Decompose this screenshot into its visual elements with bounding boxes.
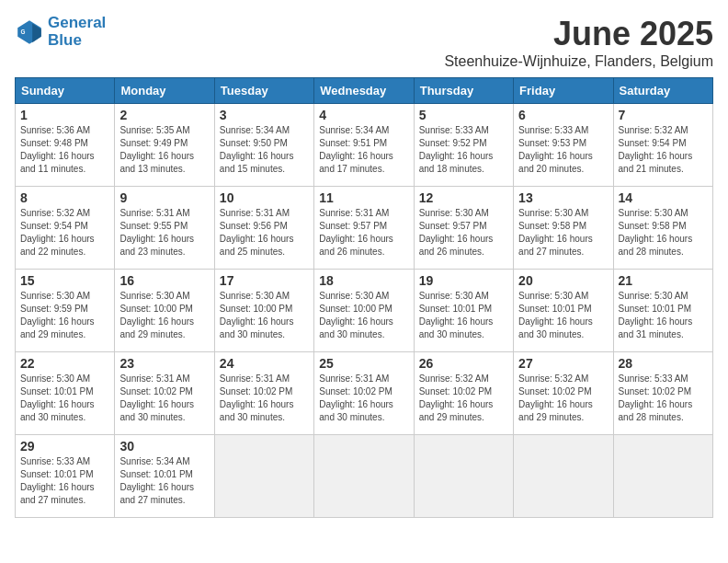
col-saturday: Saturday [613,78,712,104]
day-number: 5 [419,108,508,122]
calendar-week-5: 29 Sunrise: 5:33 AMSunset: 10:01 PMDayli… [16,435,713,518]
day-info: Sunrise: 5:31 AMSunset: 9:57 PMDaylight:… [319,208,393,257]
location-title: Steenhuize-Wijnhuize, Flanders, Belgium [444,53,713,70]
day-info: Sunrise: 5:32 AMSunset: 10:02 PMDaylight… [518,373,593,422]
calendar-week-2: 8 Sunrise: 5:32 AMSunset: 9:54 PMDayligh… [16,187,713,270]
calendar-cell: 25 Sunrise: 5:31 AMSunset: 10:02 PMDayli… [314,352,414,435]
day-info: Sunrise: 5:30 AMSunset: 10:00 PMDaylight… [119,291,194,339]
calendar-cell: 29 Sunrise: 5:33 AMSunset: 10:01 PMDayli… [16,435,115,518]
calendar-cell: 11 Sunrise: 5:31 AMSunset: 9:57 PMDaylig… [314,187,414,270]
day-number: 18 [319,273,408,288]
day-number: 26 [419,356,508,371]
calendar-cell [414,435,513,518]
day-number: 20 [518,273,608,288]
calendar-cell: 26 Sunrise: 5:32 AMSunset: 10:02 PMDayli… [414,352,513,435]
day-info: Sunrise: 5:30 AMSunset: 10:00 PMDaylight… [220,291,294,339]
calendar-cell: 6 Sunrise: 5:33 AMSunset: 9:53 PMDayligh… [514,104,613,187]
calendar-week-4: 22 Sunrise: 5:30 AMSunset: 10:01 PMDayli… [16,352,713,435]
day-info: Sunrise: 5:33 AMSunset: 10:02 PMDaylight… [619,373,693,422]
day-number: 3 [220,108,309,122]
day-number: 10 [220,190,309,205]
calendar-cell: 5 Sunrise: 5:33 AMSunset: 9:52 PMDayligh… [414,104,513,187]
calendar-cell: 10 Sunrise: 5:31 AMSunset: 9:56 PMDaylig… [214,187,313,270]
calendar-cell: 27 Sunrise: 5:32 AMSunset: 10:02 PMDayli… [514,352,613,435]
day-number: 28 [619,356,708,371]
calendar-cell: 24 Sunrise: 5:31 AMSunset: 10:02 PMDayli… [214,352,313,435]
day-number: 24 [220,356,309,371]
day-info: Sunrise: 5:33 AMSunset: 9:52 PMDaylight:… [419,125,494,174]
col-tuesday: Tuesday [214,78,313,104]
day-info: Sunrise: 5:31 AMSunset: 10:02 PMDaylight… [319,373,393,422]
calendar-cell: 1 Sunrise: 5:36 AMSunset: 9:48 PMDayligh… [16,104,115,187]
day-info: Sunrise: 5:36 AMSunset: 9:48 PMDaylight:… [20,125,95,174]
day-info: Sunrise: 5:34 AMSunset: 10:01 PMDaylight… [119,456,194,505]
day-info: Sunrise: 5:30 AMSunset: 9:59 PMDaylight:… [20,291,95,339]
logo-line2: Blue [48,32,106,50]
day-number: 23 [119,356,209,371]
col-wednesday: Wednesday [314,78,414,104]
calendar-cell: 17 Sunrise: 5:30 AMSunset: 10:00 PMDayli… [214,270,313,352]
day-info: Sunrise: 5:30 AMSunset: 10:01 PMDaylight… [20,373,95,422]
day-number: 29 [20,439,109,454]
calendar-cell: 16 Sunrise: 5:30 AMSunset: 10:00 PMDayli… [115,270,214,352]
calendar-cell: 4 Sunrise: 5:34 AMSunset: 9:51 PMDayligh… [314,104,414,187]
day-info: Sunrise: 5:30 AMSunset: 10:01 PMDaylight… [619,291,693,339]
header: G General Blue June 2025 Steenhuize-Wijn… [15,15,713,70]
col-sunday: Sunday [16,78,115,104]
day-info: Sunrise: 5:30 AMSunset: 9:58 PMDaylight:… [619,208,693,257]
logo-icon: G [15,17,44,47]
col-friday: Friday [514,78,613,104]
day-number: 17 [220,273,309,288]
day-info: Sunrise: 5:30 AMSunset: 10:01 PMDaylight… [518,291,593,339]
day-info: Sunrise: 5:34 AMSunset: 9:50 PMDaylight:… [220,125,294,174]
calendar-week-1: 1 Sunrise: 5:36 AMSunset: 9:48 PMDayligh… [16,104,713,187]
svg-text:G: G [20,28,25,34]
calendar-cell: 19 Sunrise: 5:30 AMSunset: 10:01 PMDayli… [414,270,513,352]
calendar-cell: 8 Sunrise: 5:32 AMSunset: 9:54 PMDayligh… [16,187,115,270]
calendar-cell [314,435,414,518]
calendar-cell: 12 Sunrise: 5:30 AMSunset: 9:57 PMDaylig… [414,187,513,270]
calendar-header-row: Sunday Monday Tuesday Wednesday Thursday… [16,78,713,104]
day-info: Sunrise: 5:32 AMSunset: 10:02 PMDaylight… [419,373,494,422]
day-info: Sunrise: 5:35 AMSunset: 9:49 PMDaylight:… [119,125,194,174]
day-info: Sunrise: 5:32 AMSunset: 9:54 PMDaylight:… [619,125,693,174]
day-number: 30 [119,439,209,454]
day-number: 6 [518,108,608,122]
day-number: 25 [319,356,408,371]
calendar-cell: 22 Sunrise: 5:30 AMSunset: 10:01 PMDayli… [16,352,115,435]
day-info: Sunrise: 5:31 AMSunset: 10:02 PMDaylight… [220,373,294,422]
day-info: Sunrise: 5:30 AMSunset: 9:57 PMDaylight:… [419,208,494,257]
day-info: Sunrise: 5:30 AMSunset: 10:01 PMDaylight… [419,291,494,339]
day-info: Sunrise: 5:31 AMSunset: 10:02 PMDaylight… [119,373,194,422]
col-thursday: Thursday [414,78,513,104]
logo-text: General Blue [48,15,106,49]
day-number: 7 [619,108,708,122]
calendar-cell [613,435,712,518]
calendar-cell: 23 Sunrise: 5:31 AMSunset: 10:02 PMDayli… [115,352,214,435]
day-number: 8 [20,190,109,205]
logo-line1: General [48,14,106,31]
day-number: 9 [119,190,209,205]
day-info: Sunrise: 5:30 AMSunset: 9:58 PMDaylight:… [518,208,593,257]
calendar-week-3: 15 Sunrise: 5:30 AMSunset: 9:59 PMDaylig… [16,270,713,352]
day-number: 22 [20,356,109,371]
day-number: 2 [119,108,209,122]
calendar-cell: 18 Sunrise: 5:30 AMSunset: 10:00 PMDayli… [314,270,414,352]
calendar-cell: 30 Sunrise: 5:34 AMSunset: 10:01 PMDayli… [115,435,214,518]
calendar-cell: 7 Sunrise: 5:32 AMSunset: 9:54 PMDayligh… [613,104,712,187]
day-number: 1 [20,108,109,122]
calendar-cell: 20 Sunrise: 5:30 AMSunset: 10:01 PMDayli… [514,270,613,352]
col-monday: Monday [115,78,214,104]
calendar-cell [214,435,313,518]
calendar-cell: 3 Sunrise: 5:34 AMSunset: 9:50 PMDayligh… [214,104,313,187]
day-number: 4 [319,108,408,122]
day-number: 19 [419,273,508,288]
day-info: Sunrise: 5:33 AMSunset: 9:53 PMDaylight:… [518,125,593,174]
title-area: June 2025 Steenhuize-Wijnhuize, Flanders… [444,15,713,70]
month-title: June 2025 [444,15,713,53]
day-number: 16 [119,273,209,288]
day-info: Sunrise: 5:32 AMSunset: 9:54 PMDaylight:… [20,208,95,257]
day-info: Sunrise: 5:34 AMSunset: 9:51 PMDaylight:… [319,125,393,174]
day-info: Sunrise: 5:31 AMSunset: 9:55 PMDaylight:… [119,208,194,257]
day-number: 13 [518,190,608,205]
